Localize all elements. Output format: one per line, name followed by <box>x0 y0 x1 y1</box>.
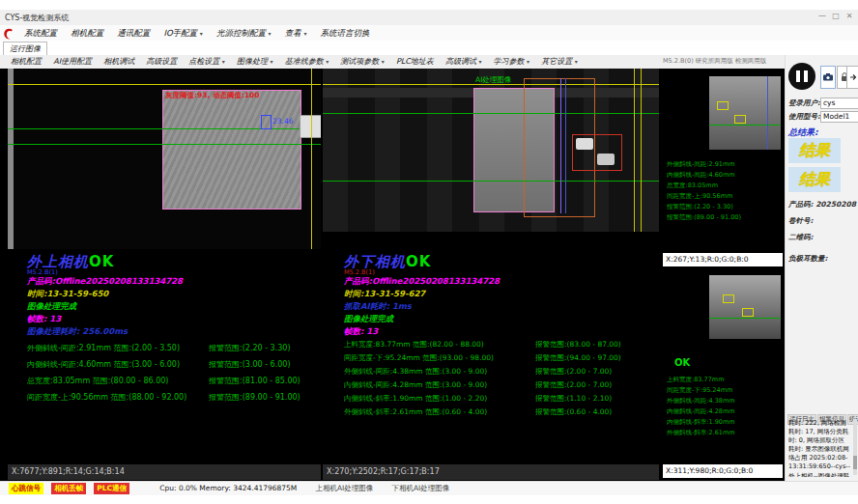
camera-framedrop-badge: 相机丢帧 <box>51 483 86 494</box>
window-title: CYS-视觉检测系统 <box>5 13 69 23</box>
qr-code-label: 二维码: <box>788 233 814 242</box>
middle-camera-panel: AI处理图像 外下相机OK M5.2.B(1) 产品码:Offline20250… <box>323 69 659 480</box>
measurement-line: 上料宽度:83.77mm <box>667 375 735 385</box>
left-pixel-coordinates: X:7677;Y:891;R:14;G:14;B:14 <box>8 464 321 480</box>
title-bar: CYS-视觉检测系统 — □ ✕ <box>0 10 858 26</box>
plc-comm-badge: PLC通信 <box>94 483 129 494</box>
measurement-row: 内侧斜线-间距:4.60mm 范围:(3.00 - 6.00)报警范围:(3.0… <box>27 359 317 376</box>
camera-capture-button[interactable] <box>820 66 836 89</box>
tool-advanced-debug[interactable]: 高级调试 ▾ <box>445 55 482 69</box>
highlight-box-yellow <box>742 308 754 317</box>
middle-measurements: 上料宽度:83.77mm 范围:(82.00 - 88.00)报警范围:(83.… <box>344 340 657 421</box>
tool-ai-use-config[interactable]: AI使用配置 <box>53 55 92 69</box>
tool-learning-params[interactable]: 学习参数 ▾ <box>494 55 530 69</box>
guide-line-purple <box>560 78 561 213</box>
tool-baseline-params[interactable]: 基准线参数 ▾ <box>285 55 329 69</box>
toolbar: 相机配置 AI使用配置 相机调试 高级设置 点检设置 ▾ 图像处理 ▾ 基准线参… <box>0 55 858 70</box>
side-panel: 登录用户: cys 使用型号: Model1 总结果: 结果 结果 产品码: 2… <box>785 55 858 481</box>
login-user-label: 登录用户: <box>788 98 820 108</box>
log-scrollbar-thumb[interactable] <box>853 456 857 469</box>
measure-line-green <box>8 144 321 145</box>
menu-system-config[interactable]: 系统配置 <box>24 25 57 42</box>
frame-count-text: 帧数: 13 <box>344 326 378 338</box>
measurement-line: 外侧斜线-间距:2.91mm <box>667 159 741 170</box>
guide-line-blue <box>767 76 768 150</box>
result-display-2: 结果 <box>788 167 841 192</box>
result-display-1: 结果 <box>788 138 841 163</box>
menu-light-control-config[interactable]: 光源控制配置 ▾ <box>216 25 272 42</box>
measurement-row: 总宽度:83.05mm 范围:(80.00 - 86.00)报警范围:(81.0… <box>27 376 317 392</box>
pause-button[interactable] <box>788 63 815 90</box>
measure-line-green <box>8 128 321 129</box>
tab-highlight <box>576 138 593 150</box>
time-text: 时间:13-31-59-627 <box>344 289 425 300</box>
negative-tab-count-label: 负极耳数量: <box>788 254 828 264</box>
camera-subtitle: M5.2.B(1) <box>344 268 375 276</box>
tool-other-settings[interactable]: 其它设置 ▾ <box>541 55 578 69</box>
tool-plc-address-table[interactable]: PLC地址表 <box>396 55 434 69</box>
tool-image-processing[interactable]: 图像处理 ▾ <box>237 55 273 69</box>
product-code-value: 20250208 <box>815 200 856 209</box>
process-done-text: 图像处理完成 <box>344 314 393 325</box>
menu-view[interactable]: 查看 ▾ <box>285 25 307 42</box>
measure-marker-value: 23.46 <box>272 117 293 126</box>
upper-camera-status-text: 上相机AI处理图像 <box>315 482 373 495</box>
menu-io-manual-config[interactable]: IO手配置 ▾ <box>163 25 202 42</box>
tool-spot-check[interactable]: 点检设置 ▾ <box>188 55 225 69</box>
guide-line-yellow <box>8 84 321 85</box>
small-bottom-pixel-coordinates: X:311;Y:980;R:0;G:0;B:0 <box>663 464 783 478</box>
small-bottom-camera-image[interactable] <box>709 275 781 339</box>
status-bar: 心跳信号 相机丢帧 PLC通信 Cpu: 0.0% Memory: 3424.4… <box>0 481 858 495</box>
log-text: 耗时: 222, 网络检测耗时: 17, 网络分类耗时: 0, 网络抓取分区耗时… <box>788 419 850 477</box>
tool-test-params[interactable]: 测试项参数 ▾ <box>340 55 385 69</box>
minimize-button[interactable]: — <box>815 12 829 20</box>
measurement-row: 上料宽度:83.77mm 范围:(82.00 - 88.00)报警范围:(83.… <box>344 340 657 353</box>
measurement-row: 外侧斜线-间距:4.38mm 范围:(3.00 - 9.00)报警范围:(2.0… <box>344 367 657 380</box>
small-top-measurements: 外侧斜线-间距:2.91mm 内侧斜线-间距:4.60mm 总宽度:83.05m… <box>667 159 741 223</box>
maximize-button[interactable]: □ <box>829 12 843 20</box>
small-bottom-measurements: 上料宽度:83.77mm 间距宽度-下:95.24mm 外侧斜线-间距:4.38… <box>667 375 735 438</box>
small-bottom-camera-panel: OK 上料宽度:83.77mm 间距宽度-下:95.24mm 外侧斜线-间距:4… <box>663 268 783 478</box>
login-user-field[interactable]: cys <box>820 98 858 109</box>
menu-camera-config[interactable]: 相机配置 <box>71 25 103 42</box>
menu-comm-config[interactable]: 通讯配置 <box>117 25 150 42</box>
measurement-line: 间距宽度-下:95.24mm <box>667 385 735 396</box>
app-logo-icon <box>2 26 15 40</box>
pause-icon <box>804 70 808 82</box>
process-done-text: 图像处理完成 <box>27 301 76 313</box>
version-note: M5.2.B(0) 研究所两用版 检测两用版 <box>663 57 766 66</box>
measurement-row: 外侧斜线-斜率:2.61mm 范围:(0.60 - 4.00)报警范围:(0.6… <box>344 407 657 421</box>
measurement-row: 外侧斜线-间距:2.91mm 范围:(2.00 - 3.50)报警范围:(2.2… <box>27 343 317 359</box>
tool-advanced-settings[interactable]: 高级设置 <box>146 55 177 69</box>
small-top-camera-panel: 外侧斜线-间距:2.91mm 内侧斜线-间距:4.60mm 总宽度:83.05m… <box>663 69 783 266</box>
camera-status: OK <box>89 253 114 270</box>
tab-highlight <box>597 154 615 165</box>
close-button[interactable]: ✕ <box>843 12 856 20</box>
frame-count-text: 帧数: 13 <box>27 314 61 325</box>
small-top-camera-image[interactable] <box>709 76 781 150</box>
menu-language-switch[interactable]: 系统语言切换 <box>321 25 370 42</box>
image-edge-strip <box>8 69 14 249</box>
exit-button[interactable] <box>846 66 858 89</box>
middle-camera-image[interactable]: AI处理图像 <box>323 69 659 232</box>
left-camera-image[interactable]: 灰度阈值:93, 动态阈值:100 23.46 <box>8 69 321 249</box>
measurement-line: 报警范围:(89.00 - 91.00) <box>667 212 741 223</box>
product-code-text: 产品码:Offline20250208133134728 <box>344 276 500 288</box>
measure-line-green <box>709 125 781 126</box>
highlight-box-yellow <box>734 115 746 124</box>
tool-camera-debug[interactable]: 相机调试 <box>103 55 134 69</box>
log-scrollbar[interactable] <box>853 419 857 475</box>
connector-part <box>300 115 321 138</box>
measurement-line: 外侧斜线-斜率:2.61mm <box>667 428 735 438</box>
measurement-line: 内侧斜线-间距:4.28mm <box>667 406 735 417</box>
guide-line-blue <box>565 78 566 213</box>
measure-line-green <box>709 318 781 319</box>
tool-camera-config[interactable]: 相机配置 <box>11 55 42 69</box>
heartbeat-status-badge: 心跳信号 <box>9 483 43 494</box>
product-code-label: 产品码: 20250208 <box>788 200 856 210</box>
camera-subtitle: M5.2.B(1) <box>27 268 58 276</box>
cpu-memory-text: Cpu: 0.0% Memory: 3424.41796875M <box>159 482 297 495</box>
model-field[interactable]: Model1 <box>820 111 858 123</box>
measure-line-green <box>323 181 659 182</box>
tab-run-image[interactable]: 运行图像 <box>3 42 47 55</box>
